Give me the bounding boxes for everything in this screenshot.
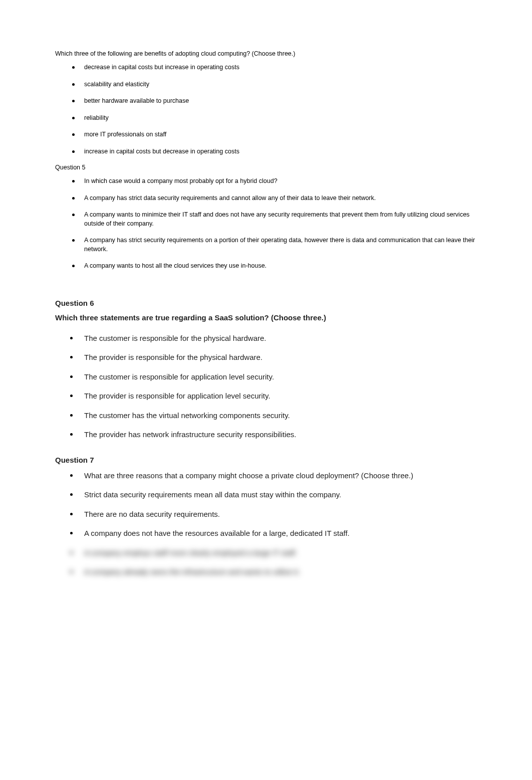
question-6-label: Question 6: [55, 299, 477, 307]
question-7-label: Question 7: [55, 456, 477, 464]
option-item: The customer is responsible for the phys…: [70, 333, 477, 344]
option-item: A company has strict data security requi…: [72, 194, 477, 203]
option-item: decrease in capital costs but increase i…: [72, 63, 477, 72]
option-item: A company has strict security requiremen…: [72, 236, 477, 254]
option-item: The provider has network infrastructure …: [70, 429, 477, 441]
option-item: A company does not have the resources av…: [70, 528, 477, 539]
option-item: increase in capital costs but decrease i…: [72, 147, 477, 156]
question-5-label: Question 5: [55, 164, 477, 171]
question-5-options: In which case would a company most proba…: [55, 177, 477, 271]
option-item: The customer is responsible for applicat…: [70, 371, 477, 383]
question-4-intro: Which three of the following are benefit…: [55, 50, 477, 57]
option-item: better hardware available to purchase: [72, 97, 477, 106]
option-item: Strict data security requirements mean a…: [70, 489, 477, 501]
question-7-options: What are three reasons that a company mi…: [55, 470, 477, 578]
question-6-options: The customer is responsible for the phys…: [55, 333, 477, 441]
option-item: What are three reasons that a company mi…: [70, 470, 477, 482]
option-item: The customer has the virtual networking …: [70, 410, 477, 422]
option-item: The provider is responsible for applicat…: [70, 391, 477, 402]
option-item-hidden: A company already owns the infrastructur…: [70, 566, 477, 578]
option-item: reliability: [72, 114, 477, 123]
option-item: There are no data security requirements.: [70, 509, 477, 520]
option-item: The provider is responsible for the phys…: [70, 352, 477, 363]
question-6-intro: Which three statements are true regardin…: [55, 313, 477, 322]
question-4-options: decrease in capital costs but increase i…: [55, 63, 477, 156]
option-item-hidden: A company employs staff more clearly emp…: [70, 547, 477, 559]
option-item: A company wants to minimize their IT sta…: [72, 211, 477, 228]
option-item: A company wants to host all the cloud se…: [72, 262, 477, 271]
option-item: scalability and elasticity: [72, 80, 477, 89]
option-item: In which case would a company most proba…: [72, 177, 477, 186]
option-item: more IT professionals on staff: [72, 130, 477, 139]
